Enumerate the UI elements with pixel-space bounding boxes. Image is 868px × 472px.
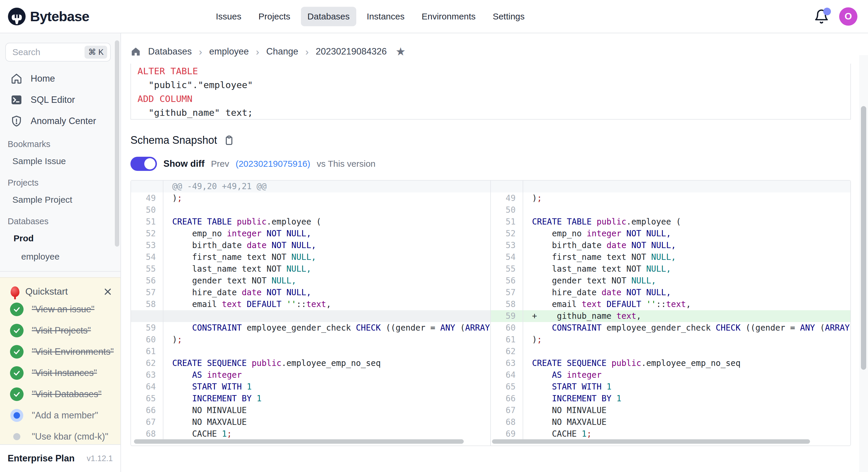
nav-item-instances[interactable]: Instances xyxy=(361,7,411,26)
prev-label: Prev xyxy=(211,159,229,169)
search-box[interactable]: ⌘ K xyxy=(5,43,111,62)
sidebar-item-employee[interactable]: employee xyxy=(0,247,120,266)
quickstart-item[interactable]: "Visit Environments" xyxy=(0,341,120,362)
sidebar-sections: BookmarksSample IssueProjectsSample Proj… xyxy=(0,132,120,266)
diff-row: 64 AS integer xyxy=(491,369,850,381)
sidebar-item-home[interactable]: Home xyxy=(0,68,120,89)
code-line: NO MINVALUE xyxy=(163,405,490,416)
notifications-button[interactable] xyxy=(814,9,829,24)
sidebar-item-sample-issue[interactable]: Sample Issue xyxy=(0,152,120,170)
nav-item-databases[interactable]: Databases xyxy=(301,7,356,26)
check-circle-icon xyxy=(10,324,24,337)
diff-row: 50 xyxy=(491,204,850,216)
nav-item-issues[interactable]: Issues xyxy=(209,7,248,26)
quickstart-item-label: "Visit Environments" xyxy=(32,347,114,357)
sidebar-item-label: SQL Editor xyxy=(31,95,75,105)
nav-item-settings[interactable]: Settings xyxy=(486,7,531,26)
nav-item-environments[interactable]: Environments xyxy=(415,7,482,26)
quickstart-header: Quickstart xyxy=(0,278,120,299)
quickstart-item[interactable]: "View an issue" xyxy=(0,299,120,320)
line-number: 50 xyxy=(491,204,523,216)
diff-row: 63 AS integer xyxy=(131,369,490,381)
line-number: 56 xyxy=(491,275,523,287)
quickstart-item-label: "Visit Instances" xyxy=(32,368,97,378)
line-number: 61 xyxy=(491,334,523,346)
user-avatar[interactable]: O xyxy=(839,7,858,26)
code-line: CACHE 1; xyxy=(523,428,850,440)
search-input[interactable] xyxy=(12,47,85,57)
breadcrumb-item[interactable]: Change xyxy=(266,46,298,57)
line-number: 49 xyxy=(491,193,523,204)
quickstart-item[interactable]: "Visit Instances" xyxy=(0,362,120,384)
code-line: CREATE TABLE public.employee ( xyxy=(163,216,490,228)
line-number: 62 xyxy=(491,346,523,357)
quickstart-item[interactable]: "Visit Databases" xyxy=(0,384,120,405)
breadcrumb-item[interactable]: Databases xyxy=(148,46,192,57)
sql-statement-box: ALTER TABLE "public"."employee"ADD COLUM… xyxy=(130,64,851,120)
right-pane-hscrollbar[interactable] xyxy=(492,439,810,444)
show-diff-label: Show diff xyxy=(163,158,204,169)
bytebase-logo[interactable]: Bytebase xyxy=(8,7,89,26)
check-circle-icon xyxy=(10,303,24,316)
breadcrumb-items: Databases›employee›Change›20230219084326 xyxy=(148,46,387,57)
favorite-star-icon[interactable]: ★ xyxy=(396,45,406,58)
plan-footer: Enterprise Plan v1.12.1 xyxy=(0,444,120,472)
quickstart-item[interactable]: "Visit Projects" xyxy=(0,320,120,341)
code-line: gender text NOT NULL, xyxy=(523,275,850,287)
copy-icon[interactable] xyxy=(223,135,235,146)
code-line: NO MINVALUE xyxy=(523,405,850,416)
diff-pane-previous[interactable]: @@ -49,20 +49,21 @@49);5051CREATE TABLE … xyxy=(131,181,490,445)
diff-row: 52 emp_no integer NOT NULL, xyxy=(131,228,490,239)
check-circle-icon xyxy=(10,345,24,359)
diff-row: 51CREATE TABLE public.employee ( xyxy=(491,216,850,228)
prev-version-link[interactable]: (20230219075916) xyxy=(236,159,310,169)
page-scrollbar-thumb[interactable] xyxy=(861,106,866,370)
brand-name: Bytebase xyxy=(30,8,89,25)
diff-row: 63CREATE SEQUENCE public.employee_emp_no… xyxy=(491,357,850,369)
line-number: 52 xyxy=(131,228,163,239)
diff-row: 59 CONSTRAINT employee_gender_check CHEC… xyxy=(131,322,490,334)
left-pane-hscrollbar[interactable] xyxy=(134,439,464,444)
sidebar-item-sql-editor[interactable]: SQL Editor xyxy=(0,89,120,111)
sidebar-menu: Home SQL Editor Anomaly Center Bookmarks… xyxy=(0,68,120,295)
sql-line: ALTER TABLE xyxy=(137,64,850,78)
nav-item-projects[interactable]: Projects xyxy=(252,7,297,26)
quickstart-item-label: "View an issue" xyxy=(32,304,94,315)
line-number: 63 xyxy=(131,369,163,381)
code-line: NO MAXVALUE xyxy=(523,416,850,428)
diff-hunk-header xyxy=(491,181,850,193)
diff-row: 57 hire_date date NOT NULL, xyxy=(131,287,490,298)
diff-row: 65 INCREMENT BY 1 xyxy=(131,393,490,405)
check-circle-icon xyxy=(10,387,24,401)
diff-pane-current[interactable]: 49);5051CREATE TABLE public.employee (52… xyxy=(490,181,850,445)
diff-row: 65 START WITH 1 xyxy=(491,381,850,393)
line-number: 61 xyxy=(131,346,163,357)
diff-row: 53 birth_date date NOT NULL, xyxy=(131,239,490,251)
code-line: START WITH 1 xyxy=(163,381,490,393)
sidebar-item-sample-project[interactable]: Sample Project xyxy=(0,190,120,209)
breadcrumb-item[interactable]: employee xyxy=(209,46,249,57)
sidebar-item-label: Anomaly Center xyxy=(31,116,96,126)
diff-row: 61 xyxy=(131,346,490,357)
code-line: CONSTRAINT employee_gender_check CHECK (… xyxy=(523,322,850,334)
close-icon[interactable] xyxy=(103,287,112,296)
line-number: 64 xyxy=(131,381,163,393)
diff-row: 52 emp_no integer NOT NULL, xyxy=(491,228,850,239)
sidebar-item-anomaly-center[interactable]: Anomaly Center xyxy=(0,111,120,132)
breadcrumb-item[interactable]: 20230219084326 xyxy=(316,46,386,57)
diff-row: 69 CACHE 1; xyxy=(491,428,850,440)
sidebar-item-prod[interactable]: Prod xyxy=(0,229,120,247)
code-line: first_name text NOT NULL, xyxy=(523,251,850,263)
todo-dot-icon xyxy=(10,430,24,443)
quickstart-item[interactable]: "Add a member" xyxy=(0,405,120,426)
line-number: 55 xyxy=(131,263,163,275)
diff-row: 66 INCREMENT BY 1 xyxy=(491,393,850,405)
line-number: 68 xyxy=(491,416,523,428)
diff-row: 53 birth_date date NOT NULL, xyxy=(491,239,850,251)
show-diff-toggle[interactable] xyxy=(130,157,157,171)
section-title-databases: Databases xyxy=(0,209,120,229)
line-number: 51 xyxy=(491,216,523,228)
home-breadcrumb-icon[interactable] xyxy=(130,46,141,57)
code-line: hire_date date NOT NULL, xyxy=(523,287,850,298)
code-line: + github_name text, xyxy=(523,310,850,322)
